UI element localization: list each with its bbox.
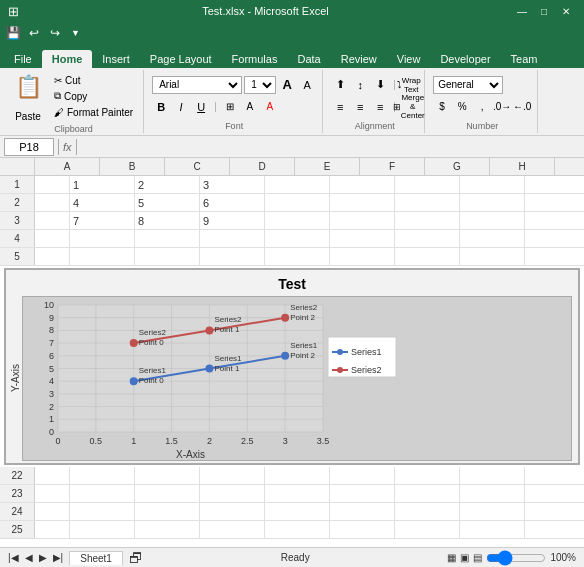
col-header-g[interactable]: G [425, 158, 490, 175]
table-row[interactable]: 22 [0, 467, 584, 485]
grid-cell[interactable] [525, 248, 584, 265]
table-row[interactable]: 3789 [0, 212, 584, 230]
save-button[interactable]: 💾 [4, 24, 22, 42]
grid-cell[interactable] [135, 521, 200, 538]
grid-cell[interactable] [395, 503, 460, 520]
increase-decimal-button[interactable]: .0→ [493, 98, 511, 116]
grid-cell[interactable] [330, 194, 395, 211]
zoom-slider[interactable] [486, 550, 546, 566]
grid-cell[interactable] [200, 485, 265, 502]
col-header-f[interactable]: F [360, 158, 425, 175]
grid-cell[interactable] [525, 212, 584, 229]
border-button[interactable]: ⊞ [221, 98, 239, 116]
grid-cell[interactable] [525, 194, 584, 211]
grid-cell[interactable] [525, 176, 584, 193]
grid-cell[interactable] [70, 521, 135, 538]
grid-cell[interactable] [395, 176, 460, 193]
grid-cell[interactable]: 1 [70, 176, 135, 193]
grid-cell[interactable]: 6 [200, 194, 265, 211]
grid-cell[interactable] [460, 212, 525, 229]
sheet-nav-last[interactable]: ▶| [53, 552, 64, 563]
maximize-button[interactable]: □ [534, 3, 554, 19]
underline-button[interactable]: U [192, 98, 210, 116]
grid-cell[interactable]: 9 [200, 212, 265, 229]
grid-cell[interactable] [395, 467, 460, 484]
grid-cell[interactable]: 7 [70, 212, 135, 229]
grid-cell[interactable] [35, 521, 70, 538]
grid-cell[interactable] [330, 485, 395, 502]
tab-home[interactable]: Home [42, 50, 93, 68]
grid-cell[interactable] [395, 194, 460, 211]
table-row[interactable]: 2456 [0, 194, 584, 212]
grid-cell[interactable] [70, 503, 135, 520]
grid-cell[interactable] [200, 521, 265, 538]
grid-cell[interactable] [265, 503, 330, 520]
grid-cell[interactable] [460, 194, 525, 211]
col-header-a[interactable]: A [35, 158, 100, 175]
grid-cell[interactable] [330, 503, 395, 520]
tab-team[interactable]: Team [501, 50, 548, 68]
tab-view[interactable]: View [387, 50, 431, 68]
grid-cell[interactable]: 3 [200, 176, 265, 193]
grid-cell[interactable] [460, 503, 525, 520]
view-normal[interactable]: ▦ [447, 552, 456, 563]
grid-cell[interactable] [265, 212, 330, 229]
view-page-break[interactable]: ▤ [473, 552, 482, 563]
tab-insert[interactable]: Insert [92, 50, 140, 68]
grid-cell[interactable] [135, 230, 200, 247]
grid-cell[interactable] [265, 485, 330, 502]
grid-cell[interactable] [70, 248, 135, 265]
grid-cell[interactable] [265, 230, 330, 247]
currency-button[interactable]: $ [433, 98, 451, 116]
col-header-h[interactable]: H [490, 158, 555, 175]
col-header-d[interactable]: D [230, 158, 295, 175]
tab-formulas[interactable]: Formulas [222, 50, 288, 68]
undo-button[interactable]: ↩ [25, 24, 43, 42]
grid-cell[interactable] [35, 194, 70, 211]
grid-cell[interactable] [265, 521, 330, 538]
grid-cell[interactable] [460, 248, 525, 265]
col-header-e[interactable]: E [295, 158, 360, 175]
font-shrink-button[interactable]: A [298, 76, 316, 94]
align-center-button[interactable]: ≡ [351, 98, 369, 116]
col-header-c[interactable]: C [165, 158, 230, 175]
decrease-decimal-button[interactable]: ←.0 [513, 98, 531, 116]
paste-button[interactable]: 📋 Paste [10, 72, 46, 124]
grid-cell[interactable] [200, 248, 265, 265]
grid-cell[interactable] [70, 230, 135, 247]
grid-cell[interactable] [200, 503, 265, 520]
close-button[interactable]: ✕ [556, 3, 576, 19]
formula-input[interactable] [81, 138, 580, 156]
comma-button[interactable]: , [473, 98, 491, 116]
grid-cell[interactable] [330, 467, 395, 484]
redo-button[interactable]: ↪ [46, 24, 64, 42]
table-row[interactable]: 5 [0, 248, 584, 266]
grid-cell[interactable] [525, 503, 584, 520]
font-family-select[interactable]: Arial [152, 76, 242, 94]
sheet-nav-prev[interactable]: ◀ [25, 552, 33, 563]
grid-cell[interactable] [35, 230, 70, 247]
grid-cell[interactable] [460, 521, 525, 538]
grid-cell[interactable]: 8 [135, 212, 200, 229]
grid-cell[interactable] [265, 467, 330, 484]
grid-cell[interactable] [70, 467, 135, 484]
grid-cell[interactable] [395, 212, 460, 229]
sheet-tab-sheet1[interactable]: Sheet1 [69, 551, 123, 565]
cell-reference-input[interactable] [4, 138, 54, 156]
grid-cell[interactable] [135, 485, 200, 502]
grid-cell[interactable] [460, 467, 525, 484]
grid-cell[interactable] [525, 521, 584, 538]
grid-cell[interactable] [395, 248, 460, 265]
grid-cell[interactable] [525, 230, 584, 247]
wrap-text-button[interactable]: ⤵ Wrap Text [400, 76, 418, 94]
table-row[interactable]: 25 [0, 521, 584, 539]
grid-cell[interactable] [135, 503, 200, 520]
col-header-b[interactable]: B [100, 158, 165, 175]
grid-cell[interactable] [200, 467, 265, 484]
merge-center-button[interactable]: ⊞ Merge & Center [400, 98, 418, 116]
minimize-button[interactable]: — [512, 3, 532, 19]
table-row[interactable]: 1123 [0, 176, 584, 194]
view-layout[interactable]: ▣ [460, 552, 469, 563]
grid-cell[interactable] [395, 521, 460, 538]
quick-access-dropdown[interactable]: ▼ [71, 28, 80, 38]
